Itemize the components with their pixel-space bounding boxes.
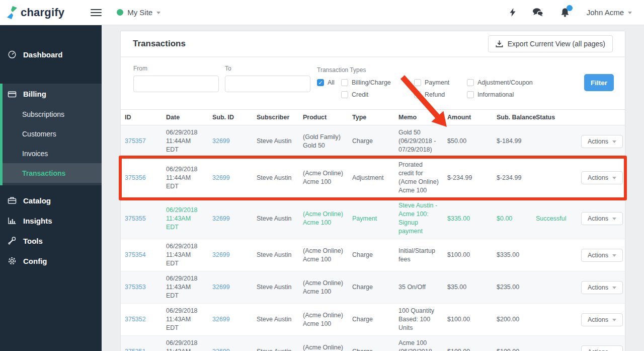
checkbox-adjustment-coupon[interactable]: ✓Adjustment/Coupon <box>467 79 552 86</box>
transaction-id-link: 375353 <box>121 271 162 304</box>
export-button[interactable]: Export Current View (all pages) <box>488 35 613 52</box>
checkbox-box[interactable]: ✓ <box>341 91 348 98</box>
checkbox-box[interactable]: ✓ <box>317 79 324 86</box>
transaction-id-link[interactable]: 375357 <box>125 137 146 145</box>
user-menu[interactable]: John Acme <box>587 8 632 17</box>
checkbox-payment[interactable]: ✓Payment <box>414 79 467 86</box>
subscription-id-link[interactable]: 32699 <box>212 316 230 323</box>
cell-memo: Steve Austin - Acme 100: Signup payment <box>394 198 443 239</box>
checkbox-box[interactable]: ✓ <box>414 79 421 86</box>
sidebar-item-config[interactable]: Config <box>0 251 102 271</box>
cell-type: Adjustment <box>348 158 394 198</box>
sidebar-label: Billing <box>23 90 46 98</box>
actions-button[interactable]: Actions <box>581 281 623 294</box>
checkbox-label: Credit <box>352 91 368 98</box>
sidebar-label: Subscriptions <box>22 110 64 118</box>
transaction-id-link[interactable]: 375353 <box>125 284 146 291</box>
cell-amount: $100.00 <box>443 304 493 336</box>
from-input[interactable] <box>133 76 219 92</box>
checkbox-billing-charge[interactable]: ✓Billing/Charge <box>341 79 414 86</box>
cell-product: (Acme Online) Acme 100 <box>299 239 348 271</box>
table-row: 37535306/29/2018 11:43AM EDT32699Steve A… <box>121 271 625 304</box>
checkbox-informational[interactable]: ✓Informational <box>467 91 552 98</box>
transaction-types-checkboxes: ✓All✓Billing/Charge✓Credit✓Payment✓Refun… <box>317 79 552 103</box>
transaction-types-label: Transaction Types <box>317 66 366 74</box>
dashboard-icon <box>8 50 17 59</box>
transaction-id-link[interactable]: 375351 <box>125 348 146 351</box>
table-row: 37535506/29/2018 11:43AM EDT32699Steve A… <box>121 198 625 239</box>
cell-date: 06/29/2018 11:43AM EDT <box>162 239 208 271</box>
subscription-id-link[interactable]: 32699 <box>212 284 230 291</box>
sidebar-item-insights[interactable]: Insights <box>0 210 102 231</box>
chat-icon[interactable] <box>533 8 543 17</box>
user-name: John Acme <box>587 8 624 17</box>
card-header: Transactions Export Current View (all pa… <box>121 31 625 57</box>
sidebar-item-invoices[interactable]: Invoices <box>3 144 102 163</box>
subscription-id-link[interactable]: 32699 <box>212 215 230 222</box>
from-field: From <box>133 65 219 108</box>
transaction-id-link[interactable]: 375352 <box>125 316 146 323</box>
billing-card-icon <box>8 90 17 99</box>
chevron-down-icon <box>628 12 632 14</box>
actions-button[interactable]: Actions <box>581 345 623 351</box>
checkbox-all[interactable]: ✓All <box>317 79 341 86</box>
checkbox-credit[interactable]: ✓Credit <box>341 91 414 98</box>
actions-button-label: Actions <box>588 348 608 351</box>
subscription-id-link[interactable]: 32699 <box>212 348 230 351</box>
actions-button[interactable]: Actions <box>581 313 623 326</box>
cell-product: (Acme Online) Acme 100 <box>299 304 348 336</box>
transaction-id-link[interactable]: 375356 <box>125 174 146 181</box>
sidebar-item-catalog[interactable]: Catalog <box>0 190 102 210</box>
transaction-id-link[interactable]: 375355 <box>125 215 146 222</box>
activity-bolt-icon[interactable] <box>510 8 516 17</box>
checkbox-box[interactable]: ✓ <box>467 91 474 98</box>
sidebar-item-tools[interactable]: Tools <box>0 231 102 251</box>
transaction-id-link: 375352 <box>121 304 162 336</box>
checkbox-box[interactable]: ✓ <box>414 91 421 98</box>
subscription-id-link[interactable]: 32699 <box>212 251 230 258</box>
actions-button-label: Actions <box>588 174 608 181</box>
checkbox-box[interactable]: ✓ <box>341 79 348 86</box>
actions-button[interactable]: Actions <box>581 212 623 225</box>
to-input[interactable] <box>225 76 310 92</box>
chevron-down-icon <box>612 141 616 143</box>
cell-type: Charge <box>348 336 394 351</box>
sidebar-item-billing[interactable]: Billing <box>3 84 102 104</box>
to-label: To <box>225 65 310 72</box>
transaction-id-link[interactable]: 375354 <box>125 251 146 258</box>
cell-actions: Actions <box>577 336 625 351</box>
sidebar-item-dashboard[interactable]: Dashboard <box>0 44 102 64</box>
site-selector[interactable]: My Site <box>117 8 160 17</box>
types-column: ✓All <box>317 79 341 103</box>
notifications-bell-icon[interactable] <box>560 8 570 17</box>
cell-date: 06/29/2018 11:43AM EDT <box>162 336 208 351</box>
menu-icon[interactable] <box>91 7 102 18</box>
sidebar: Dashboard Billing Subscriptions Customer… <box>0 25 102 351</box>
actions-button[interactable]: Actions <box>581 171 623 184</box>
cell-subscriber: Steve Austin <box>253 239 299 271</box>
filter-button[interactable]: Filter <box>584 74 614 91</box>
types-column: ✓Adjustment/Coupon✓Informational <box>467 79 552 103</box>
cell-product: (Acme Online) Acme 100 <box>299 336 348 351</box>
checkbox-refund[interactable]: ✓Refund <box>414 91 467 98</box>
col-header-memo: Memo <box>394 110 443 125</box>
subscription-id-link[interactable]: 32699 <box>212 137 230 145</box>
sidebar-item-subscriptions[interactable]: Subscriptions <box>3 104 102 124</box>
cell-sub-balance: $-234.99 <box>493 158 532 198</box>
sidebar-item-transactions[interactable]: Transactions <box>3 163 102 183</box>
cell-sub-balance: $-184.99 <box>493 125 532 158</box>
cell-type: Charge <box>348 125 394 158</box>
cell-status <box>532 158 577 198</box>
subscription-id-link[interactable]: 32699 <box>212 174 230 181</box>
cell-memo: Gold 50 (06/29/2018 - 07/29/2018) <box>394 125 443 158</box>
topbar-actions: John Acme <box>510 8 644 17</box>
actions-button[interactable]: Actions <box>581 249 623 262</box>
chargify-logo[interactable]: chargify <box>7 6 64 19</box>
col-header-status: Status <box>532 110 577 125</box>
checkbox-box[interactable]: ✓ <box>467 79 474 86</box>
cell-subscriber: Steve Austin <box>253 271 299 304</box>
sidebar-item-customers[interactable]: Customers <box>3 124 102 144</box>
actions-button[interactable]: Actions <box>581 135 623 148</box>
config-gear-icon <box>8 256 17 265</box>
transactions-table: ID Date Sub. ID Subscriber Product Type … <box>121 109 625 351</box>
